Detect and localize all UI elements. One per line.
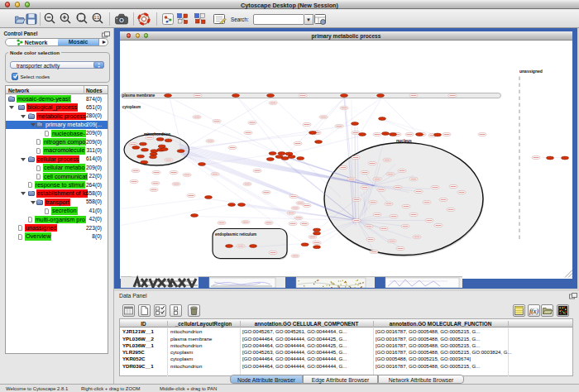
svg-text:mitochondrion: mitochondrion [144, 132, 170, 136]
svg-text:plasma membrane: plasma membrane [122, 93, 156, 98]
svg-text:endoplasmic reticulum: endoplasmic reticulum [215, 232, 256, 237]
svg-text:unassigned: unassigned [519, 69, 543, 74]
svg-text:1:1: 1:1 [94, 16, 100, 20]
svg-text:f(x): f(x) [529, 308, 538, 315]
svg-text:nucleus: nucleus [396, 138, 412, 143]
svg-text:cytoplasm: cytoplasm [122, 105, 141, 109]
